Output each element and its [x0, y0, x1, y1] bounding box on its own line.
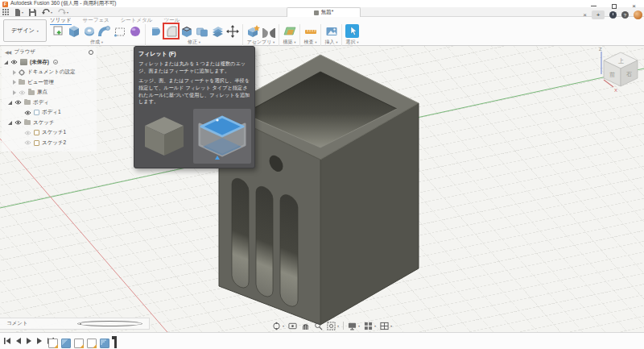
- viewcube-top-label: 上: [618, 58, 624, 64]
- browser-item-label[interactable]: スケッチ: [33, 119, 55, 127]
- step-forward-button[interactable]: [36, 337, 43, 345]
- document-tab[interactable]: 無題*: [287, 7, 361, 17]
- view-cube[interactable]: Z 上 前 右 X: [594, 47, 644, 100]
- group-insert-dropdown[interactable]: 挿入 ▾: [325, 39, 338, 46]
- browser-item-root[interactable]: (未保存): [2, 57, 97, 68]
- offset-face-icon[interactable]: [210, 24, 224, 38]
- sweep-icon[interactable]: [97, 24, 111, 38]
- close-button[interactable]: ×: [624, 0, 644, 12]
- viewports-icon[interactable]: ▾: [380, 322, 392, 330]
- tab-tools[interactable]: ツール: [163, 17, 180, 24]
- browser-item-label[interactable]: スケッチ1: [42, 129, 66, 136]
- file-menu-icon[interactable]: ▾: [14, 9, 23, 16]
- browser-item-document-settings[interactable]: ドキュメントの設定: [2, 68, 97, 78]
- tab-sheetmetal[interactable]: シートメタル: [121, 17, 153, 24]
- redo-icon[interactable]: ▾: [58, 9, 68, 15]
- step-back-button[interactable]: [15, 337, 22, 345]
- save-icon[interactable]: [29, 9, 36, 16]
- fit-icon[interactable]: ▾: [327, 322, 339, 330]
- extrude-icon[interactable]: [67, 24, 80, 38]
- timeline-extrude2-icon[interactable]: [100, 339, 109, 348]
- tab-solid[interactable]: ソリッド: [50, 17, 72, 25]
- visibility-eye-icon[interactable]: [14, 100, 22, 105]
- group-select: 選択 ▾: [342, 24, 362, 46]
- grid-snap-icon[interactable]: ▾: [364, 322, 376, 330]
- look-at-icon[interactable]: [288, 322, 297, 330]
- browser-item-label[interactable]: (未保存): [30, 59, 49, 66]
- browser-item-sketches[interactable]: スケッチ: [2, 118, 97, 128]
- visibility-eye-icon[interactable]: [14, 120, 22, 125]
- construction-plane-icon[interactable]: [283, 24, 296, 38]
- expand-caret-icon[interactable]: [8, 121, 12, 125]
- comments-menu-icon[interactable]: [77, 321, 143, 326]
- create-sketch-icon[interactable]: [52, 24, 65, 38]
- canvas-viewport[interactable]: [0, 46, 644, 332]
- minimize-button[interactable]: [584, 0, 604, 12]
- browser-item-origin[interactable]: 原点: [2, 88, 97, 98]
- timeline-extrude1-icon[interactable]: [61, 339, 71, 348]
- expand-caret-icon[interactable]: [13, 80, 16, 85]
- group-select-dropdown[interactable]: 選択 ▾: [346, 39, 359, 46]
- shell-icon[interactable]: [180, 24, 193, 38]
- joint-icon[interactable]: [262, 24, 275, 38]
- restore-button[interactable]: [604, 0, 624, 12]
- expand-caret-icon[interactable]: [8, 101, 12, 105]
- visibility-eye-icon[interactable]: [24, 110, 31, 115]
- timeline-sketch3-icon[interactable]: [87, 339, 97, 348]
- display-settings-icon[interactable]: ▾: [348, 322, 360, 330]
- browser-item-label[interactable]: ボディ1: [42, 109, 61, 116]
- group-modify-dropdown[interactable]: 修正 ▾: [188, 39, 200, 46]
- timeline-playhead[interactable]: [114, 336, 117, 348]
- unit-circle-icon[interactable]: [53, 60, 58, 64]
- timeline-sketch2-icon[interactable]: [74, 339, 84, 348]
- close-tab-icon[interactable]: ×: [583, 11, 587, 19]
- visibility-eye-icon[interactable]: [24, 131, 31, 135]
- new-component-icon[interactable]: [246, 24, 260, 38]
- zoom-icon[interactable]: [314, 322, 323, 330]
- comments-bar[interactable]: コメント: [0, 318, 150, 330]
- tab-surface[interactable]: サーフェス: [83, 17, 109, 24]
- group-create-dropdown[interactable]: 作成 ▾: [90, 39, 103, 46]
- insert-image-icon[interactable]: [324, 24, 338, 38]
- group-assemble-dropdown[interactable]: アセンブリ ▾: [247, 39, 275, 46]
- expand-caret-icon[interactable]: [4, 60, 8, 64]
- visibility-eye-icon[interactable]: [24, 140, 31, 145]
- browser-item-label[interactable]: スケッチ2: [42, 139, 66, 147]
- help-icon[interactable]: ?: [621, 11, 629, 19]
- job-status-icon[interactable]: [609, 11, 617, 19]
- box-primitive-icon[interactable]: [113, 24, 126, 38]
- revolve-icon[interactable]: [82, 24, 96, 38]
- move-icon[interactable]: [225, 24, 239, 38]
- browser-item-bodies[interactable]: ボディ: [2, 98, 97, 108]
- browser-item-label[interactable]: ドキュメントの設定: [27, 69, 76, 76]
- timeline-sketch1-icon[interactable]: [48, 339, 58, 348]
- browser-item-view-management[interactable]: ビュー管理: [2, 77, 97, 88]
- collapse-panel-icon[interactable]: ◀◀: [5, 49, 10, 55]
- browser-item-label[interactable]: ボディ: [33, 99, 49, 106]
- press-pull-icon[interactable]: [149, 24, 163, 38]
- app-grid-icon[interactable]: [2, 9, 9, 15]
- workspace-selector[interactable]: デザイン▾: [3, 19, 47, 42]
- coil-icon[interactable]: [128, 24, 142, 38]
- browser-item-label[interactable]: ビュー管理: [27, 79, 54, 86]
- group-inspect-dropdown[interactable]: 検査 ▾: [304, 39, 317, 46]
- browser-item-label[interactable]: 原点: [37, 89, 47, 96]
- play-button[interactable]: [26, 337, 32, 345]
- browser-item-sketch1[interactable]: スケッチ1: [2, 128, 97, 139]
- browser-item-sketch2[interactable]: スケッチ2: [2, 138, 97, 148]
- group-construct-dropdown[interactable]: 構築 ▾: [283, 39, 296, 46]
- go-to-start-button[interactable]: [3, 337, 11, 345]
- visibility-eye-icon[interactable]: [10, 60, 18, 64]
- browser-item-body1[interactable]: ボディ1: [2, 108, 97, 118]
- expand-caret-icon[interactable]: [13, 90, 16, 95]
- fillet-icon-highlighted[interactable]: [164, 24, 178, 38]
- expand-caret-icon[interactable]: [13, 70, 16, 75]
- undo-icon[interactable]: ▾: [42, 9, 52, 15]
- select-icon[interactable]: [345, 24, 359, 38]
- measure-icon[interactable]: [303, 24, 317, 38]
- orbit-icon[interactable]: ▾: [272, 322, 284, 330]
- pan-icon[interactable]: [301, 322, 310, 330]
- combine-icon[interactable]: [195, 24, 208, 38]
- browser-menu-icon[interactable]: [89, 50, 93, 55]
- visibility-eye-icon[interactable]: [19, 90, 26, 95]
